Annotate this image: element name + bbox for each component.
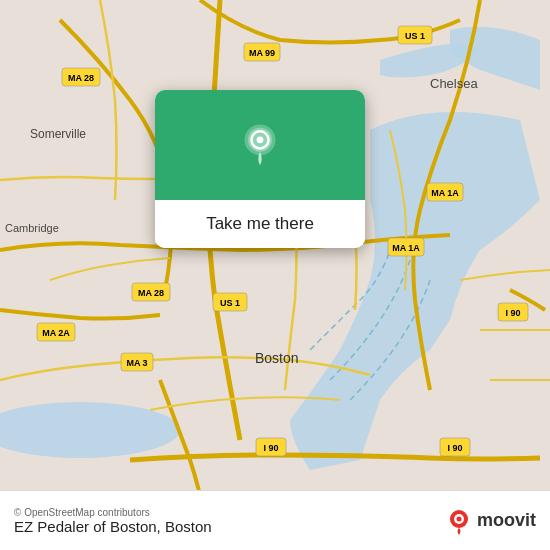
bottom-info: © OpenStreetMap contributors EZ Pedaler … <box>14 507 212 535</box>
svg-text:I 90: I 90 <box>447 443 462 453</box>
place-label: EZ Pedaler of Boston, Boston <box>14 518 212 535</box>
svg-text:MA 1A: MA 1A <box>392 243 420 253</box>
take-me-there-button[interactable]: Take me there <box>155 200 365 248</box>
svg-text:Chelsea: Chelsea <box>430 76 478 91</box>
moovit-logo: moovit <box>445 507 536 535</box>
svg-text:I 90: I 90 <box>263 443 278 453</box>
bottom-bar: © OpenStreetMap contributors EZ Pedaler … <box>0 490 550 550</box>
svg-point-34 <box>257 136 264 143</box>
svg-point-37 <box>456 516 461 521</box>
svg-text:US 1: US 1 <box>405 31 425 41</box>
svg-text:MA 99: MA 99 <box>249 48 275 58</box>
svg-text:MA 3: MA 3 <box>126 358 147 368</box>
svg-text:Somerville: Somerville <box>30 127 86 141</box>
location-pin-icon <box>236 121 284 169</box>
svg-text:MA 1A: MA 1A <box>431 188 459 198</box>
map-attribution: © OpenStreetMap contributors <box>14 507 212 518</box>
svg-text:Boston: Boston <box>255 350 299 366</box>
svg-text:MA 2A: MA 2A <box>42 328 70 338</box>
svg-text:MA 28: MA 28 <box>138 288 164 298</box>
moovit-brand-text: moovit <box>477 510 536 531</box>
map-container: Chelsea Somerville Boston Cambridge US 1… <box>0 0 550 490</box>
svg-text:Cambridge: Cambridge <box>5 222 59 234</box>
svg-text:US 1: US 1 <box>220 298 240 308</box>
svg-text:I 90: I 90 <box>505 308 520 318</box>
popup-header <box>155 90 365 200</box>
popup-card: Take me there <box>155 90 365 248</box>
svg-text:MA 28: MA 28 <box>68 73 94 83</box>
moovit-icon <box>445 507 473 535</box>
